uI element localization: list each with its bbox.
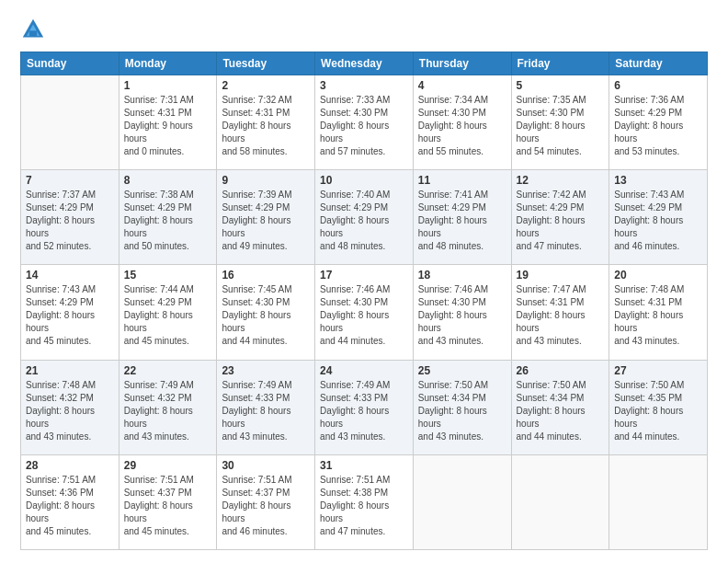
day-info: Sunrise: 7:35 AMSunset: 4:30 PMDaylight:… [517,94,605,158]
day-info: Sunrise: 7:43 AMSunset: 4:29 PMDaylight:… [26,283,114,348]
day-info: Sunrise: 7:38 AMSunset: 4:29 PMDaylight:… [124,189,212,253]
day-info: Sunrise: 7:44 AMSunset: 4:29 PMDaylight:… [124,283,212,348]
calendar-cell [609,454,708,549]
day-info: Sunrise: 7:32 AMSunset: 4:31 PMDaylight:… [222,94,310,158]
page: SundayMondayTuesdayWednesdayThursdayFrid… [0,0,728,563]
calendar-cell: 20Sunrise: 7:48 AMSunset: 4:31 PMDayligh… [609,265,708,360]
calendar-cell: 24Sunrise: 7:49 AMSunset: 4:33 PMDayligh… [315,360,414,454]
day-info: Sunrise: 7:51 AMSunset: 4:37 PMDaylight:… [124,474,212,538]
weekday-header-sunday: Sunday [21,52,119,75]
calendar-cell: 26Sunrise: 7:50 AMSunset: 4:34 PMDayligh… [511,360,609,454]
weekday-header-tuesday: Tuesday [217,52,315,75]
calendar-week-row: 21Sunrise: 7:48 AMSunset: 4:32 PMDayligh… [21,360,708,454]
day-number: 17 [320,269,408,282]
day-number: 26 [517,364,605,377]
day-number: 15 [124,269,212,282]
day-info: Sunrise: 7:49 AMSunset: 4:33 PMDaylight:… [320,379,408,443]
calendar-cell: 2Sunrise: 7:32 AMSunset: 4:31 PMDaylight… [217,75,315,170]
day-number: 11 [418,174,506,187]
calendar-cell: 21Sunrise: 7:48 AMSunset: 4:32 PMDayligh… [21,360,119,454]
calendar-cell: 3Sunrise: 7:33 AMSunset: 4:30 PMDaylight… [315,75,414,170]
day-info: Sunrise: 7:47 AMSunset: 4:31 PMDaylight:… [517,283,605,348]
calendar-cell: 17Sunrise: 7:46 AMSunset: 4:30 PMDayligh… [315,265,414,360]
day-info: Sunrise: 7:50 AMSunset: 4:34 PMDaylight:… [517,379,605,443]
calendar-cell: 18Sunrise: 7:46 AMSunset: 4:30 PMDayligh… [413,265,511,360]
calendar-week-row: 7Sunrise: 7:37 AMSunset: 4:29 PMDaylight… [21,170,708,265]
calendar-cell: 31Sunrise: 7:51 AMSunset: 4:38 PMDayligh… [315,454,414,549]
calendar-cell: 23Sunrise: 7:49 AMSunset: 4:33 PMDayligh… [217,360,315,454]
calendar-cell: 14Sunrise: 7:43 AMSunset: 4:29 PMDayligh… [21,265,119,360]
day-number: 1 [124,79,212,92]
day-number: 28 [26,459,114,472]
calendar-cell: 13Sunrise: 7:43 AMSunset: 4:29 PMDayligh… [609,170,708,265]
day-number: 3 [320,79,408,92]
day-number: 21 [26,364,114,377]
calendar-cell [511,454,609,549]
weekday-header-saturday: Saturday [609,52,708,75]
day-info: Sunrise: 7:51 AMSunset: 4:36 PMDaylight:… [26,474,114,538]
logo-icon [20,17,46,42]
day-info: Sunrise: 7:50 AMSunset: 4:34 PMDaylight:… [418,379,506,443]
day-info: Sunrise: 7:46 AMSunset: 4:30 PMDaylight:… [418,283,506,348]
day-number: 4 [418,79,506,92]
day-number: 5 [517,79,605,92]
calendar-cell: 28Sunrise: 7:51 AMSunset: 4:36 PMDayligh… [21,454,119,549]
calendar-cell: 22Sunrise: 7:49 AMSunset: 4:32 PMDayligh… [119,360,217,454]
calendar-cell: 11Sunrise: 7:41 AMSunset: 4:29 PMDayligh… [413,170,511,265]
day-info: Sunrise: 7:48 AMSunset: 4:32 PMDaylight:… [26,379,114,443]
day-number: 9 [222,174,310,187]
calendar-cell: 9Sunrise: 7:39 AMSunset: 4:29 PMDaylight… [217,170,315,265]
day-info: Sunrise: 7:46 AMSunset: 4:30 PMDaylight:… [320,283,408,348]
day-info: Sunrise: 7:49 AMSunset: 4:32 PMDaylight:… [124,379,212,443]
weekday-header-wednesday: Wednesday [315,52,414,75]
day-info: Sunrise: 7:34 AMSunset: 4:30 PMDaylight:… [418,94,506,158]
calendar-cell [413,454,511,549]
day-number: 14 [26,269,114,282]
day-number: 20 [614,269,702,282]
weekday-header-row: SundayMondayTuesdayWednesdayThursdayFrid… [21,52,708,75]
day-info: Sunrise: 7:37 AMSunset: 4:29 PMDaylight:… [26,189,114,253]
day-number: 2 [222,79,310,92]
calendar-cell: 16Sunrise: 7:45 AMSunset: 4:30 PMDayligh… [217,265,315,360]
day-number: 31 [320,459,408,472]
calendar-cell: 8Sunrise: 7:38 AMSunset: 4:29 PMDaylight… [119,170,217,265]
day-number: 16 [222,269,310,282]
day-info: Sunrise: 7:41 AMSunset: 4:29 PMDaylight:… [418,189,506,253]
calendar-cell: 1Sunrise: 7:31 AMSunset: 4:31 PMDaylight… [119,75,217,170]
day-info: Sunrise: 7:51 AMSunset: 4:38 PMDaylight:… [320,474,408,538]
day-number: 25 [418,364,506,377]
day-number: 24 [320,364,408,377]
day-number: 29 [124,459,212,472]
calendar-cell: 7Sunrise: 7:37 AMSunset: 4:29 PMDaylight… [21,170,119,265]
day-info: Sunrise: 7:36 AMSunset: 4:29 PMDaylight:… [614,94,702,158]
day-number: 23 [222,364,310,377]
calendar-cell [21,75,119,170]
calendar-cell: 4Sunrise: 7:34 AMSunset: 4:30 PMDaylight… [413,75,511,170]
day-number: 30 [222,459,310,472]
day-number: 18 [418,269,506,282]
calendar-cell: 27Sunrise: 7:50 AMSunset: 4:35 PMDayligh… [609,360,708,454]
day-info: Sunrise: 7:45 AMSunset: 4:30 PMDaylight:… [222,283,310,348]
calendar-cell: 5Sunrise: 7:35 AMSunset: 4:30 PMDaylight… [511,75,609,170]
day-number: 12 [517,174,605,187]
calendar-cell: 30Sunrise: 7:51 AMSunset: 4:37 PMDayligh… [217,454,315,549]
weekday-header-thursday: Thursday [413,52,511,75]
day-number: 22 [124,364,212,377]
day-number: 13 [614,174,702,187]
day-number: 19 [517,269,605,282]
day-info: Sunrise: 7:42 AMSunset: 4:29 PMDaylight:… [517,189,605,253]
day-info: Sunrise: 7:43 AMSunset: 4:29 PMDaylight:… [614,189,702,253]
calendar-week-row: 1Sunrise: 7:31 AMSunset: 4:31 PMDaylight… [21,75,708,170]
day-info: Sunrise: 7:31 AMSunset: 4:31 PMDaylight:… [124,94,212,158]
day-number: 27 [614,364,702,377]
day-info: Sunrise: 7:40 AMSunset: 4:29 PMDaylight:… [320,189,408,253]
calendar-cell: 12Sunrise: 7:42 AMSunset: 4:29 PMDayligh… [511,170,609,265]
calendar-cell: 19Sunrise: 7:47 AMSunset: 4:31 PMDayligh… [511,265,609,360]
day-number: 7 [26,174,114,187]
day-number: 6 [614,79,702,92]
day-info: Sunrise: 7:51 AMSunset: 4:37 PMDaylight:… [222,474,310,538]
day-number: 10 [320,174,408,187]
calendar-cell: 29Sunrise: 7:51 AMSunset: 4:37 PMDayligh… [119,454,217,549]
svg-rect-2 [29,30,37,36]
calendar-table: SundayMondayTuesdayWednesdayThursdayFrid… [20,52,708,550]
